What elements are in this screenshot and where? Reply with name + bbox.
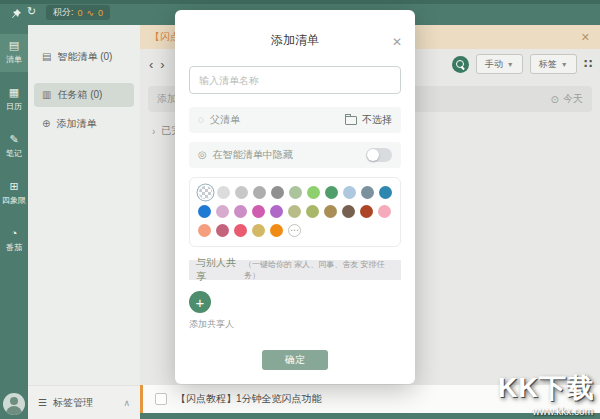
confirm-button[interactable]: 确定 <box>262 350 328 370</box>
view-grid-icon[interactable]: ∷ <box>584 57 591 71</box>
watermark-logo: KK下载 <box>498 370 595 406</box>
inbox-label: 任务箱 (0) <box>57 88 102 102</box>
parent-list-label: 父清单 <box>210 113 240 127</box>
add-member-button[interactable]: + <box>189 291 211 313</box>
plus-circle-icon: ⊕ <box>42 119 50 129</box>
list-icon: ▤ <box>9 40 19 51</box>
color-swatch[interactable] <box>234 205 247 218</box>
task-title: 【闪点教程】1分钟全览闪点功能 <box>176 392 322 406</box>
today-label: 今天 <box>563 92 583 106</box>
refresh-icon[interactable]: ↻ <box>27 5 36 18</box>
color-swatch[interactable] <box>198 205 211 218</box>
dashed-circle-icon: ◌ <box>198 115 204 125</box>
today-chip[interactable]: ⊙ 今天 <box>551 92 583 106</box>
color-swatch[interactable] <box>270 205 283 218</box>
color-swatch[interactable] <box>342 205 355 218</box>
sidebar-item-quadrant[interactable]: ⊞ 四象限 <box>0 175 28 213</box>
color-swatch[interactable] <box>216 224 229 237</box>
color-swatch[interactable] <box>361 186 374 199</box>
sidebar-item-label: 日历 <box>6 101 22 112</box>
points-value: 0 <box>78 8 83 18</box>
note-icon: ✎ <box>9 134 18 145</box>
watermark-url: www.kkx.com <box>532 406 593 417</box>
search-button[interactable] <box>452 56 469 73</box>
color-swatch[interactable] <box>271 186 284 199</box>
color-swatch[interactable] <box>343 186 356 199</box>
modal-close-icon[interactable]: ✕ <box>392 36 402 48</box>
share-header: 与别人共享 （一键给你的 家人、同事、舍友 安排任务） <box>189 260 401 280</box>
sidebar-item-pomodoro[interactable]: ◔ 番茄 <box>0 222 28 260</box>
icon-sidebar: ▤ 清单 ▦ 日历 ✎ 笔记 ⊞ 四象限 ◔ 番茄 <box>0 25 28 419</box>
points-badge[interactable]: 积分: 0 ∿ 0 <box>46 5 110 20</box>
tomato-icon: ◔ <box>11 228 18 239</box>
smart-list-item[interactable]: ▤ 智能清单 (0) <box>34 45 134 69</box>
caret-down-icon: ▼ <box>561 61 568 68</box>
add-list-item[interactable]: ⊕ 添加清单 <box>34 112 134 136</box>
add-member-label: 添加共享人 <box>189 318 401 331</box>
list-panel: ▤ 智能清单 (0) ▥ 任务箱 (0) ⊕ 添加清单 <box>28 25 141 385</box>
sidebar-item-lists[interactable]: ▤ 清单 <box>0 34 28 72</box>
sort-manual-dropdown[interactable]: 手动 ▼ <box>476 54 523 74</box>
app-window: ↻ 积分: 0 ∿ 0 ▤ 清单 ▦ 日历 ✎ 笔记 ⊞ 四象限 ◔ 番茄 <box>0 0 600 419</box>
sidebar-item-label: 番茄 <box>6 242 22 253</box>
trend-icon: ∿ <box>87 8 95 18</box>
menu-icon: ☰ <box>38 397 47 408</box>
parent-list-value-group[interactable]: 不选择 <box>345 113 392 127</box>
hide-in-smart-row: ◎ 在智能清单中隐藏 <box>189 142 401 168</box>
smart-list-label: 智能清单 (0) <box>57 50 112 64</box>
more-colors-button[interactable]: ⋯ <box>288 224 301 237</box>
color-swatch[interactable] <box>325 186 338 199</box>
list-name-input[interactable] <box>189 66 401 94</box>
trend-value: 0 <box>98 8 103 18</box>
color-swatch[interactable] <box>324 205 337 218</box>
color-swatch[interactable] <box>253 186 266 199</box>
tag-filter-dropdown[interactable]: 标签 ▼ <box>530 54 577 74</box>
forward-arrow-icon[interactable]: › <box>160 58 164 71</box>
titlebar-top-strip <box>0 0 600 4</box>
back-arrow-icon[interactable]: ‹ <box>149 58 153 71</box>
color-swatch[interactable] <box>234 224 247 237</box>
add-list-label: 添加清单 <box>56 117 96 131</box>
color-swatch[interactable] <box>307 186 320 199</box>
color-swatch-none-selected[interactable] <box>199 186 212 199</box>
sidebar-item-notes[interactable]: ✎ 笔记 <box>0 128 28 166</box>
color-swatch[interactable] <box>252 224 265 237</box>
smart-list-icon: ▤ <box>42 52 51 62</box>
color-swatch[interactable] <box>378 205 391 218</box>
color-swatch[interactable] <box>216 205 229 218</box>
sort-manual-label: 手动 <box>485 58 503 71</box>
pin-icon[interactable] <box>10 8 22 20</box>
tag-management[interactable]: ☰ 标签管理 ∧ <box>28 385 140 419</box>
color-swatch[interactable] <box>306 205 319 218</box>
color-swatch[interactable] <box>235 186 248 199</box>
color-swatch[interactable] <box>217 186 230 199</box>
color-swatch[interactable] <box>198 224 211 237</box>
inbox-icon: ▥ <box>42 90 51 100</box>
task-checkbox[interactable] <box>155 393 167 405</box>
hide-toggle[interactable] <box>366 148 392 162</box>
share-title: 与别人共享 <box>196 256 244 284</box>
sidebar-item-label: 清单 <box>6 54 22 65</box>
tag-filter-label: 标签 <box>539 58 557 71</box>
inbox-item[interactable]: ▥ 任务箱 (0) <box>34 83 134 107</box>
color-palette: ⋯ <box>189 177 401 247</box>
color-swatch[interactable] <box>252 205 265 218</box>
modal-body: ◌ 父清单 不选择 ◎ 在智能清单中隐藏 ⋯ 与别人共享 （一键给你的 家人、同… <box>175 49 415 331</box>
color-swatch[interactable] <box>270 224 283 237</box>
banner-close-icon[interactable]: ✕ <box>581 31 590 44</box>
color-swatch[interactable] <box>288 205 301 218</box>
share-hint: （一键给你的 家人、同事、舍友 安排任务） <box>244 259 394 281</box>
parent-list-row[interactable]: ◌ 父清单 不选择 <box>189 107 401 133</box>
color-swatch[interactable] <box>360 205 373 218</box>
color-swatch[interactable] <box>379 186 392 199</box>
color-swatch[interactable] <box>289 186 302 199</box>
chevron-up-icon: ∧ <box>123 398 130 408</box>
modal-title: 添加清单 <box>175 32 415 49</box>
sidebar-item-label: 四象限 <box>2 195 26 206</box>
user-avatar[interactable] <box>3 393 25 415</box>
folder-icon <box>345 116 357 125</box>
points-label: 积分: <box>53 6 74 19</box>
quadrant-icon: ⊞ <box>9 181 18 192</box>
sidebar-item-calendar[interactable]: ▦ 日历 <box>0 81 28 119</box>
tag-management-label: 标签管理 <box>53 396 93 410</box>
